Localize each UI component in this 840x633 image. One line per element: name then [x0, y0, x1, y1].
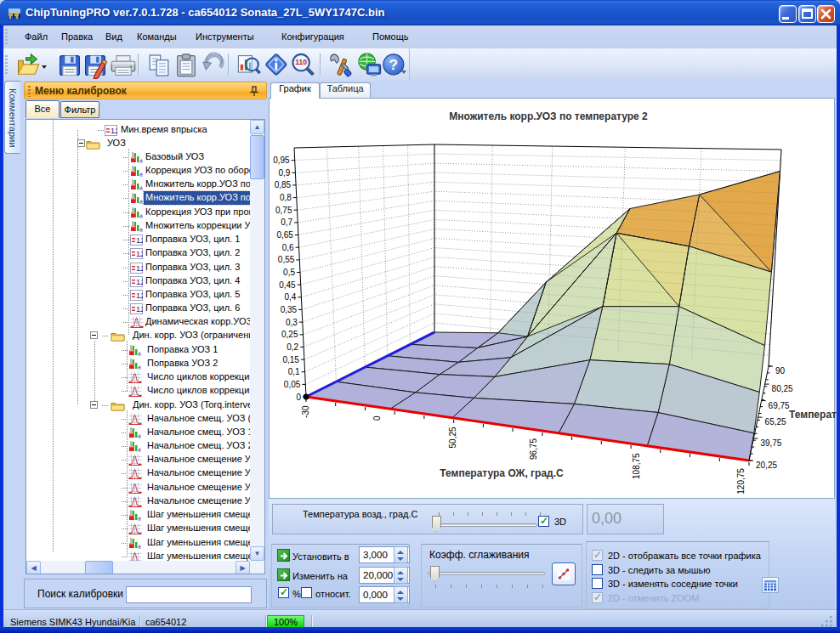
svg-text:65,25: 65,25	[765, 417, 786, 427]
svg-text:0,25: 0,25	[281, 330, 298, 339]
svg-text:0,9: 0,9	[278, 168, 290, 178]
svg-text:108,75: 108,75	[632, 453, 641, 479]
svg-text:0,1: 0,1	[288, 367, 300, 376]
svg-text:Температ: Температ	[789, 409, 837, 421]
svg-text:Множитель корр.УОЗ по температ: Множитель корр.УОЗ по температуре 2	[449, 110, 648, 122]
svg-text:0,05: 0,05	[284, 380, 301, 389]
svg-text:Температура ОЖ, град.С: Температура ОЖ, град.С	[440, 467, 564, 479]
svg-text:0,8: 0,8	[280, 193, 292, 202]
svg-text:0,65: 0,65	[276, 230, 293, 240]
svg-text:80,25: 80,25	[772, 384, 793, 393]
svg-text:0,7: 0,7	[281, 218, 292, 227]
svg-text:1.2: 1.2	[136, 250, 143, 258]
svg-text:?: ?	[389, 56, 398, 73]
svg-text:1.2: 1.2	[136, 264, 143, 273]
svg-text:0: 0	[372, 415, 382, 421]
svg-text:90: 90	[775, 366, 786, 376]
svg-text:0,5: 0,5	[283, 268, 295, 277]
svg-text:0,75: 0,75	[275, 206, 292, 215]
svg-text:1.2: 1.2	[136, 291, 143, 300]
svg-text:69,75: 69,75	[769, 401, 790, 410]
svg-text:0,95: 0,95	[273, 155, 290, 165]
svg-text:1.2: 1.2	[136, 236, 143, 245]
svg-text:1.2: 1.2	[136, 305, 143, 314]
svg-text:1.2: 1.2	[136, 278, 143, 286]
svg-text:0,35: 0,35	[281, 305, 298, 314]
svg-text:20,25: 20,25	[756, 461, 777, 470]
svg-text:0,55: 0,55	[278, 255, 295, 264]
svg-text:0,45: 0,45	[279, 280, 296, 290]
svg-text:110: 110	[295, 58, 307, 66]
svg-text:50,25: 50,25	[448, 427, 457, 448]
svg-text:0,3: 0,3	[286, 318, 298, 327]
svg-text:0: 0	[296, 393, 301, 402]
svg-text:0,6: 0,6	[282, 243, 294, 252]
svg-text:39,75: 39,75	[760, 438, 781, 448]
svg-text:0,2: 0,2	[287, 342, 298, 352]
svg-text:96,75: 96,75	[529, 438, 538, 460]
svg-text:1.2: 1.2	[111, 127, 117, 135]
svg-text:0,85: 0,85	[275, 180, 292, 189]
svg-text:0,4: 0,4	[284, 292, 296, 302]
svg-text:-30: -30	[301, 405, 310, 418]
svg-text:120,75: 120,75	[736, 468, 746, 495]
svg-text:0,15: 0,15	[282, 355, 299, 365]
